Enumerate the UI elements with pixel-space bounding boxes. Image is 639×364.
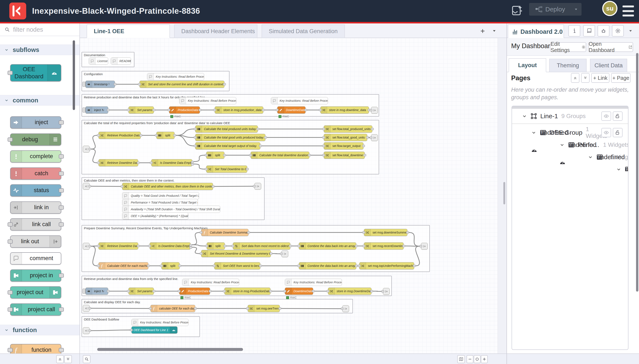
node-input-port[interactable] bbox=[280, 253, 283, 255]
node-input-port[interactable] bbox=[8, 138, 13, 142]
palette-node-debug[interactable]: debug bbox=[10, 134, 61, 146]
node-input-port[interactable] bbox=[362, 245, 365, 247]
flow-node-join[interactable]: Calculate the total target output of tod… bbox=[195, 142, 260, 150]
node-input-port[interactable] bbox=[8, 71, 13, 75]
add-page-button[interactable]: + Page bbox=[611, 73, 630, 83]
flow-node-change[interactable]: set msg.topUnderPerformingMachines bbox=[359, 262, 414, 270]
flow-node-comment[interactable]: License bbox=[89, 58, 108, 64]
link-node[interactable] bbox=[83, 327, 90, 334]
node-output-port[interactable] bbox=[88, 185, 91, 188]
node-output-port[interactable] bbox=[246, 168, 249, 170]
flow-tab-1[interactable]: Line-1 OEE bbox=[87, 24, 170, 38]
visibility-toggle-button[interactable] bbox=[601, 112, 611, 121]
canvas-hscrollbar[interactable] bbox=[97, 348, 243, 351]
flow-node-join[interactable]: Calculate the total good units produced … bbox=[195, 134, 265, 141]
chevron-down-icon[interactable] bbox=[588, 154, 593, 160]
flow-node-change[interactable]: set msg.oeeTrend bbox=[248, 305, 280, 312]
chevron-down-icon[interactable] bbox=[522, 114, 527, 119]
node-output-port[interactable] bbox=[107, 290, 110, 292]
flow-node-comment[interactable]: Availavity = (Total Shift Duration - Tot… bbox=[122, 206, 220, 213]
node-output-port[interactable] bbox=[137, 245, 140, 247]
flow-node-split[interactable]: split bbox=[161, 262, 180, 270]
sidebar-tabs-caret[interactable] bbox=[628, 28, 633, 34]
node-output-port[interactable] bbox=[194, 308, 197, 310]
flow-node-split[interactable]: split bbox=[156, 132, 175, 139]
flow-node-sort[interactable]: Sort OEE from worst to best bbox=[214, 262, 260, 270]
flow-node-join[interactable]: Combine the data back into an array. bbox=[299, 262, 356, 270]
node-output-port[interactable] bbox=[366, 136, 369, 139]
palette-node-project-call[interactable]: project call bbox=[10, 304, 61, 316]
node-output-port[interactable] bbox=[269, 290, 272, 292]
flow-node-http[interactable]: DowntimeData bbox=[277, 106, 305, 114]
zoom-out-button[interactable] bbox=[467, 355, 473, 363]
node-input-port[interactable] bbox=[97, 134, 100, 136]
node-output-port[interactable] bbox=[289, 245, 292, 247]
node-output-port[interactable] bbox=[173, 134, 176, 136]
flow-node-change[interactable]: set msg.downtimeSummery bbox=[364, 229, 407, 236]
node-input-port[interactable] bbox=[127, 290, 130, 292]
node-input-port[interactable] bbox=[194, 128, 196, 130]
node-input-port[interactable] bbox=[276, 109, 278, 111]
palette-collapse-all-button[interactable] bbox=[56, 355, 64, 363]
node-input-port[interactable] bbox=[419, 245, 422, 248]
node-output-port[interactable] bbox=[256, 128, 259, 130]
node-output-port[interactable] bbox=[59, 188, 64, 192]
node-output-port[interactable] bbox=[262, 109, 265, 111]
tree-widget-row[interactable]: undefinedAvailability Group1 Widgetsunde… bbox=[540, 154, 628, 171]
zoom-reset-button[interactable] bbox=[474, 355, 481, 363]
add-link-button[interactable]: + Link bbox=[591, 73, 609, 83]
flow-node-switch[interactable]: Is Downtime Data Empty? bbox=[150, 242, 191, 250]
flow-node-change[interactable]: Retrieve Production Data bbox=[99, 132, 141, 139]
flow-list-caret[interactable] bbox=[491, 28, 498, 34]
node-input-port[interactable] bbox=[246, 308, 249, 310]
node-input-port[interactable] bbox=[381, 290, 384, 293]
flow-node-func[interactable]: ƒCalculate OEE for each machine bbox=[99, 262, 148, 270]
flow-node-change[interactable]: Set params bbox=[129, 106, 154, 114]
node-output-port[interactable] bbox=[355, 245, 358, 247]
palette-section-subflows[interactable]: subflows bbox=[0, 44, 80, 55]
node-input-port[interactable] bbox=[160, 265, 163, 267]
flow-node-comment[interactable]: README bbox=[111, 58, 131, 64]
flow-node-change[interactable]: set flow.total_produced_units bbox=[324, 126, 372, 132]
flow-node-inject[interactable]: timestamp ¹ bbox=[85, 81, 115, 88]
node-output-port[interactable] bbox=[224, 245, 226, 247]
sidebar-tab-theming[interactable]: Theming bbox=[549, 59, 587, 72]
node-output-port[interactable] bbox=[178, 265, 181, 267]
flow-node-comment[interactable]: Key Instructions: Read Before Proceeding bbox=[182, 279, 239, 286]
node-input-port[interactable] bbox=[327, 290, 329, 292]
link-node[interactable] bbox=[342, 305, 349, 312]
node-output-port[interactable] bbox=[88, 330, 91, 332]
link-node[interactable] bbox=[254, 183, 261, 190]
flow-node-split[interactable]: split bbox=[207, 242, 225, 250]
node-output-port-1[interactable] bbox=[189, 244, 192, 246]
link-node[interactable] bbox=[421, 243, 428, 250]
node-input-port[interactable] bbox=[362, 232, 365, 234]
node-output-port[interactable] bbox=[364, 154, 366, 156]
node-input-port[interactable] bbox=[322, 154, 325, 156]
flow-node-change[interactable]: Set params bbox=[129, 288, 154, 295]
palette-section-function[interactable]: function bbox=[0, 325, 80, 335]
flow-node-change[interactable]: set flow.total_good_units bbox=[324, 134, 367, 141]
palette-node-oee-dashboard[interactable]: OEEDashboard bbox=[10, 64, 61, 82]
node-output-port[interactable] bbox=[371, 128, 374, 130]
palette-node-comment[interactable]: comment bbox=[10, 252, 61, 264]
node-output-port[interactable] bbox=[264, 136, 267, 139]
node-input-port[interactable] bbox=[155, 134, 158, 136]
flow-node-http[interactable]: DowntimeData bbox=[285, 288, 313, 295]
node-output-port[interactable] bbox=[153, 290, 155, 292]
node-input-port[interactable] bbox=[8, 308, 13, 312]
sidebar-scrollbar[interactable] bbox=[636, 53, 638, 292]
node-output-port[interactable] bbox=[59, 120, 64, 124]
flow-node-comment[interactable]: Key Instructions: Read Before Proceeding bbox=[285, 279, 342, 286]
palette-scrollbar[interactable] bbox=[73, 40, 75, 110]
chevron-down-icon[interactable] bbox=[531, 130, 536, 135]
flow-node-change[interactable]: Retrieve Downtime Data bbox=[99, 159, 138, 166]
node-input-port[interactable] bbox=[370, 109, 372, 112]
config-tab-button[interactable] bbox=[612, 25, 624, 36]
node-output-port[interactable] bbox=[59, 308, 64, 312]
add-flow-button[interactable] bbox=[478, 27, 487, 35]
flow-node-inject[interactable]: inject ↻ bbox=[85, 288, 108, 295]
node-output-port[interactable] bbox=[355, 265, 358, 267]
flow-node-join[interactable]: Calculate the total downtime duration bbox=[251, 152, 309, 159]
flow-node-change[interactable]: set msg.recentDowntime bbox=[364, 242, 404, 250]
